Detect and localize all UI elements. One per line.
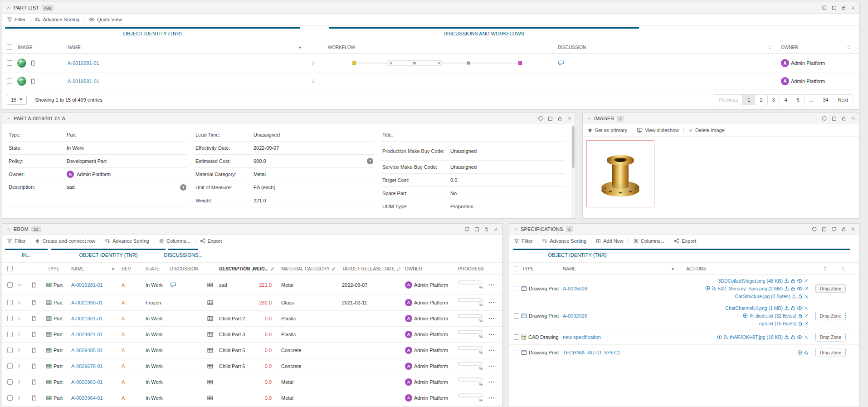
row-menu-icon[interactable] — [488, 284, 495, 286]
tab-object-identity[interactable]: OBJECT IDENTITY (TNR) — [123, 31, 181, 36]
add-attachment-icon[interactable] — [717, 334, 722, 339]
pagination-page-4[interactable]: 4 — [780, 94, 792, 105]
file-link[interactable]: diode.txt (32 Bytes) — [756, 312, 796, 319]
spec-name-link[interactable]: TECHNIA_AUTO_SPEC1 — [563, 350, 620, 355]
export-button[interactable]: Export — [200, 238, 222, 244]
column-sort-icon[interactable] — [768, 45, 772, 50]
drop-zone[interactable]: Drop Zone — [815, 348, 846, 357]
collapse-chevron-icon[interactable] — [587, 117, 591, 121]
remove-icon[interactable] — [804, 321, 809, 326]
quick-view-button[interactable]: Quick View — [89, 17, 122, 22]
advance-sorting-button[interactable]: Advance Sorting — [542, 238, 586, 244]
file-link[interactable]: npn.txt (15 Bytes) — [759, 320, 796, 327]
remove-icon[interactable] — [804, 335, 809, 339]
lock-icon[interactable] — [557, 116, 562, 121]
column-header-name[interactable]: NAME — [563, 266, 576, 271]
tab-object-identity[interactable]: OBJECT IDENTITY (TNR) — [79, 252, 137, 258]
part-name-link[interactable]: A-0019281-01 — [71, 282, 103, 288]
lock-icon[interactable] — [790, 278, 795, 284]
spec-name-link[interactable]: A-0025009 — [563, 286, 587, 291]
pagination-page-2[interactable]: 2 — [755, 94, 767, 105]
expand-chevron-icon[interactable] — [17, 379, 21, 385]
row-menu-icon[interactable] — [488, 318, 495, 319]
spec-name-link[interactable]: A-0032926 — [563, 313, 587, 319]
add-attachment-icon[interactable] — [705, 286, 710, 291]
expand-chevron-icon[interactable] — [17, 395, 21, 401]
sort-asc-icon[interactable] — [671, 267, 675, 270]
description-grid-icon[interactable] — [207, 395, 213, 401]
subscribe-rss-icon[interactable] — [804, 350, 809, 355]
file-link[interactable]: CarStructure.jpg (0 Bytes) — [735, 293, 790, 300]
maximize-icon[interactable] — [832, 5, 837, 10]
description-grid-icon[interactable] — [207, 316, 213, 321]
column-header-image[interactable]: IMAGE — [18, 45, 32, 50]
part-name-link[interactable]: A-0019281-01 — [68, 60, 99, 66]
subscribe-rss-icon[interactable] — [749, 313, 754, 318]
refresh-icon[interactable] — [822, 116, 827, 121]
delete-image-button[interactable]: Delete image — [688, 127, 725, 133]
maximize-icon[interactable] — [822, 227, 827, 232]
column-header-target-release-date[interactable]: TARGET RELEASE DATE — [342, 266, 401, 271]
column-header-type[interactable]: TYPE — [48, 266, 59, 271]
close-icon[interactable] — [567, 116, 571, 121]
discussion-icon[interactable] — [170, 282, 176, 288]
row-menu-icon[interactable] — [488, 302, 495, 304]
pagination-page-34[interactable]: 34 — [818, 94, 833, 105]
pagination-page-item[interactable]: ... — [804, 94, 818, 105]
download-icon[interactable] — [784, 286, 789, 291]
part-name-link[interactable]: A-0024824-01 — [71, 332, 103, 337]
description-grid-icon[interactable] — [207, 282, 213, 288]
column-header-name[interactable]: NAME — [68, 45, 81, 50]
spec-name-link[interactable]: new specification — [563, 334, 601, 340]
tab-in[interactable]: IN... — [22, 252, 31, 258]
discussion-icon[interactable] — [558, 60, 564, 66]
remove-icon[interactable] — [804, 286, 809, 291]
tab-discussions-workflows[interactable]: DISCUSSIONS AND WORKFLOWS — [444, 31, 524, 36]
column-header-owner[interactable]: OWNER — [405, 266, 422, 271]
maximize-icon[interactable] — [832, 116, 837, 121]
description-grid-icon[interactable] — [207, 348, 213, 353]
file-link[interactable]: thAFJOKH9T.jpg (18 KB) — [730, 333, 783, 341]
subscribe-rss-icon[interactable] — [712, 286, 717, 291]
column-header-progress[interactable]: PROGRESS — [458, 266, 484, 271]
preview-icon[interactable] — [797, 278, 803, 284]
row-checkbox[interactable] — [514, 334, 519, 340]
download-icon[interactable] — [791, 294, 796, 299]
subscribe-rss-icon[interactable] — [723, 334, 728, 339]
filter-button[interactable]: Filter — [7, 238, 25, 244]
column-header-weig[interactable]: WEIG... — [253, 266, 275, 271]
preview-icon[interactable] — [797, 286, 803, 291]
collapse-chevron-icon[interactable] — [6, 117, 11, 121]
column-header-name[interactable]: NAME — [71, 266, 84, 271]
row-checkbox[interactable] — [7, 332, 13, 337]
help-icon[interactable]: ? — [180, 184, 186, 191]
lock-icon[interactable] — [798, 294, 803, 299]
row-checkbox[interactable] — [514, 350, 519, 355]
refresh-icon[interactable] — [538, 116, 543, 121]
pagination-next[interactable]: Next — [833, 94, 853, 105]
row-menu-icon[interactable] — [488, 381, 495, 383]
lock-icon[interactable] — [790, 286, 795, 291]
row-checkbox[interactable] — [7, 363, 13, 369]
add-new-button[interactable]: Add New — [596, 238, 624, 244]
tab-discussions[interactable]: DISCUSSIONS... — [164, 252, 203, 258]
lock-icon[interactable] — [841, 226, 846, 232]
column-header-actions[interactable]: ACTIONS — [686, 266, 706, 271]
collapse-chevron-icon[interactable] — [17, 283, 22, 287]
expand-chevron-icon[interactable] — [17, 300, 21, 305]
collapse-chevron-icon[interactable] — [513, 227, 518, 231]
column-header-workflow[interactable]: WORKFLOW — [328, 45, 355, 50]
expand-chevron-icon[interactable] — [17, 316, 21, 321]
add-attachment-icon[interactable] — [797, 350, 802, 355]
maximize-icon[interactable] — [548, 116, 553, 121]
row-checkbox[interactable] — [514, 313, 519, 319]
page-size-select[interactable]: 15 — [7, 95, 27, 105]
columns-button[interactable]: Columns... — [159, 238, 190, 244]
column-header-owner[interactable]: OWNER — [781, 45, 798, 50]
row-checkbox[interactable] — [7, 379, 13, 385]
collapse-chevron-icon[interactable] — [6, 6, 11, 10]
sort-asc-icon[interactable] — [111, 267, 115, 270]
column-header-description[interactable]: DESCRIPTION — [219, 266, 256, 271]
column-header-discussion[interactable]: DISCUSSION — [170, 266, 198, 271]
refresh-icon[interactable] — [464, 226, 470, 232]
